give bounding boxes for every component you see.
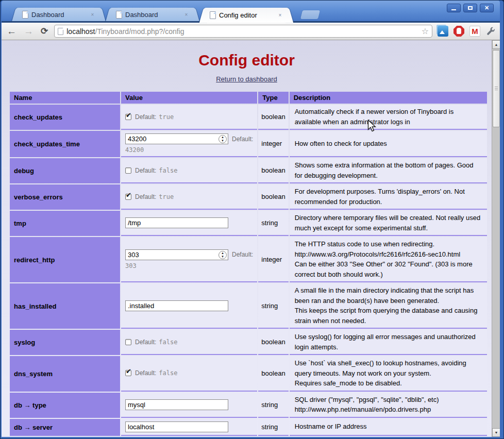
- table-row: check_updates Default:true boolean Autom…: [10, 105, 487, 130]
- default-label: Default:: [135, 193, 156, 200]
- config-description: Use `host` via shell_exec() to lookup ho…: [290, 356, 487, 392]
- config-value-cell: [121, 419, 257, 436]
- value-text-input[interactable]: [125, 300, 228, 311]
- tab-label: Dashboard: [122, 11, 182, 19]
- close-button[interactable]: ✕: [480, 4, 494, 12]
- return-to-dashboard-link[interactable]: Return to dashboard: [216, 75, 277, 83]
- maximize-button[interactable]: [463, 4, 477, 12]
- default-value: 303: [125, 262, 253, 269]
- config-name: db → type: [10, 393, 120, 418]
- page-favicon-icon: [210, 11, 216, 19]
- table-row: has_installed string A small file in the…: [10, 283, 487, 329]
- back-button[interactable]: ←: [6, 26, 18, 36]
- config-value-cell: [121, 211, 257, 236]
- spinner-up-icon[interactable]: ▲: [221, 251, 224, 255]
- maximize-icon: [468, 6, 473, 10]
- spinner-down-icon[interactable]: ▼: [221, 255, 224, 259]
- window-controls: ✕: [447, 4, 494, 12]
- vertical-scrollbar[interactable]: ▲ ▼: [492, 40, 500, 437]
- tab-config-editor[interactable]: Config editor ×: [206, 8, 287, 23]
- table-row: db → server string Hostname or IP addres…: [10, 419, 487, 436]
- title-bar: Dashboard × Dashboard × Config editor × …: [2, 1, 500, 21]
- scrollbar-thumb[interactable]: [493, 50, 500, 127]
- config-type: integer: [258, 237, 288, 282]
- config-table-body: check_updates Default:true boolean Autom…: [10, 105, 487, 437]
- spinner-buttons[interactable]: ▲▼: [219, 135, 227, 143]
- scroll-down-button[interactable]: ▼: [492, 428, 500, 437]
- tab-label: Dashboard: [28, 11, 89, 19]
- value-number-input[interactable]: [125, 249, 228, 260]
- adblock-extension-icon[interactable]: [453, 26, 464, 37]
- config-value-cell: Default:false: [121, 158, 257, 183]
- gmail-extension-icon[interactable]: M: [469, 26, 480, 37]
- tab-dashboard-2[interactable]: Dashboard ×: [112, 8, 193, 21]
- column-header-description: Description: [290, 92, 487, 104]
- config-type: boolean: [258, 158, 288, 183]
- default-label: Default:: [135, 339, 156, 346]
- config-type: boolean: [258, 330, 288, 355]
- default-label: Default:: [232, 251, 253, 258]
- screenshot-extension-icon[interactable]: [438, 26, 448, 37]
- config-value-cell: ▲▼Default:43200: [121, 131, 257, 157]
- page-content: Config editor Return to dashboard Name V…: [2, 40, 500, 437]
- browser-toolbar: ← → ⟳ localhost/Tinyboard/mod.php?/confi…: [2, 23, 500, 40]
- tab-dashboard-1[interactable]: Dashboard ×: [18, 8, 99, 21]
- config-name: dns_system: [10, 356, 120, 392]
- value-checkbox[interactable]: [125, 370, 131, 376]
- forward-button[interactable]: →: [23, 26, 35, 36]
- default-label: Default:: [232, 136, 253, 143]
- value-text-input[interactable]: [125, 399, 228, 410]
- reload-button[interactable]: ⟳: [40, 27, 49, 36]
- config-description: How often to check for updates: [290, 131, 487, 157]
- config-name: debug: [10, 158, 120, 183]
- value-text-input[interactable]: [125, 421, 228, 432]
- tab-close-icon[interactable]: ×: [182, 11, 190, 19]
- default-label: Default:: [135, 113, 156, 121]
- table-row: dns_system Default:false boolean Use `ho…: [10, 356, 487, 392]
- default-value: 43200: [125, 146, 253, 154]
- config-name: db → server: [10, 419, 120, 436]
- config-description: Login: [290, 437, 487, 437]
- tab-strip: Dashboard × Dashboard × Config editor ×: [12, 8, 319, 21]
- table-row: debug Default:false boolean Shows some e…: [10, 158, 487, 183]
- tab-close-icon[interactable]: ×: [89, 11, 96, 19]
- value-text-input[interactable]: [125, 217, 228, 228]
- table-row: db → type string SQL driver ("mysql", "p…: [10, 393, 487, 418]
- default-label: Default:: [135, 369, 156, 377]
- page-favicon-icon: [22, 11, 28, 19]
- wrench-menu-button[interactable]: [485, 26, 496, 37]
- url-host: localhost: [66, 27, 95, 36]
- table-row: verbose_errors Default:true boolean For …: [10, 184, 487, 210]
- config-type: integer: [258, 131, 288, 157]
- table-row: check_updates_time ▲▼Default:43200 integ…: [10, 131, 487, 157]
- value-number-input[interactable]: [125, 133, 228, 144]
- value-checkbox[interactable]: [125, 194, 131, 200]
- config-type: boolean: [258, 356, 288, 392]
- table-header-row: Name Value Type Description: [10, 92, 487, 104]
- bookmark-star-icon[interactable]: ☆: [422, 27, 429, 36]
- minimize-button[interactable]: [447, 4, 461, 12]
- default-value: false: [159, 339, 177, 346]
- page-icon: [58, 28, 63, 35]
- new-tab-button[interactable]: [300, 10, 320, 19]
- config-description: SQL driver ("mysql", "pgsql", "sqlite", …: [290, 393, 487, 418]
- default-value: true: [159, 193, 174, 200]
- config-table: Name Value Type Description check_update…: [9, 91, 488, 437]
- url-text: localhost/Tinyboard/mod.php?/config: [66, 27, 418, 36]
- page-favicon-icon: [116, 11, 122, 19]
- spinner-down-icon[interactable]: ▼: [221, 139, 224, 143]
- table-row: syslog Default:false boolean Use syslog(…: [10, 330, 487, 355]
- scroll-up-button[interactable]: ▲: [492, 40, 500, 49]
- config-value-cell: [121, 437, 257, 437]
- value-checkbox[interactable]: [125, 339, 131, 345]
- page-title: Config editor: [9, 52, 484, 69]
- value-checkbox[interactable]: [125, 114, 131, 120]
- spinner-up-icon[interactable]: ▲: [221, 136, 224, 139]
- config-value-cell: [121, 393, 257, 418]
- value-checkbox[interactable]: [125, 167, 131, 174]
- config-type: string: [258, 211, 288, 236]
- config-name: check_updates_time: [10, 131, 120, 157]
- tab-close-icon[interactable]: ×: [276, 11, 284, 19]
- spinner-buttons[interactable]: ▲▼: [219, 251, 227, 259]
- address-bar[interactable]: localhost/Tinyboard/mod.php?/config ☆: [54, 25, 432, 38]
